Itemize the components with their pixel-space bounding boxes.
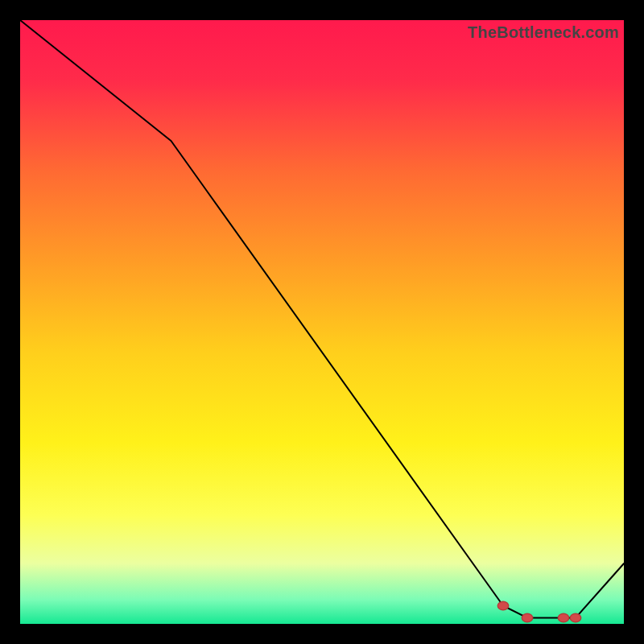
marker-point	[570, 613, 581, 622]
marker-point	[558, 613, 569, 622]
markers-group	[497, 601, 581, 622]
watermark-text: TheBottleneck.com	[468, 23, 619, 42]
marker-point	[497, 601, 509, 610]
marker-point	[522, 613, 533, 622]
plot-area: TheBottleneck.com	[20, 20, 624, 624]
chart-svg	[20, 20, 624, 624]
bottleneck-line	[20, 20, 624, 618]
chart-root: TheBottleneck.com	[0, 0, 644, 644]
